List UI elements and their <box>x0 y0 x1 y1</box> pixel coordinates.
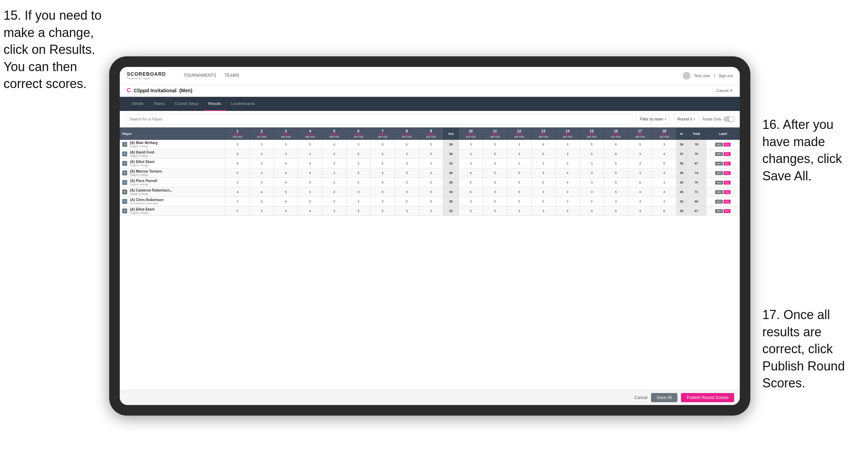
score-h15[interactable]: 3 <box>579 206 604 216</box>
label-dq[interactable]: DQ <box>724 171 731 175</box>
score-h16[interactable]: 5 <box>604 206 628 216</box>
score-h18[interactable]: 3 <box>652 197 676 206</box>
score-h9[interactable]: 5 <box>419 187 443 197</box>
filter-by-team-button[interactable]: Filter by team ▾ <box>636 114 670 124</box>
score-h3[interactable]: 4 <box>274 197 298 206</box>
score-h6[interactable]: 3 <box>346 140 371 149</box>
score-h14[interactable]: 3 <box>556 197 580 206</box>
tab-teams[interactable]: Teams <box>149 97 170 111</box>
score-h10[interactable]: 3 <box>459 206 483 216</box>
score-h16[interactable]: 5 <box>604 187 628 197</box>
score-h11[interactable]: 3 <box>483 187 507 197</box>
score-h12[interactable]: 3 <box>507 159 531 168</box>
scores-wrapper[interactable]: Player 1PAR 4370 YDS 2PAR 5511 YDS 3PAR … <box>120 127 740 390</box>
score-h14[interactable]: 3 <box>556 149 580 159</box>
score-h16[interactable]: 6 <box>604 149 628 159</box>
score-labels[interactable]: WDDQ <box>706 178 739 187</box>
score-h18[interactable]: 6 <box>652 159 676 168</box>
label-wd[interactable]: WD <box>715 152 723 156</box>
score-h1[interactable]: 3 <box>225 140 250 149</box>
score-h9[interactable]: 3 <box>419 206 443 216</box>
score-h16[interactable]: 5 <box>604 168 628 178</box>
score-h9[interactable]: 3 <box>419 159 443 168</box>
score-h12[interactable]: 3 <box>507 140 531 149</box>
label-wd[interactable]: WD <box>715 200 723 204</box>
score-h17[interactable]: 4 <box>628 187 652 197</box>
score-h3[interactable]: 4 <box>274 159 298 168</box>
label-wd[interactable]: WD <box>715 190 723 194</box>
label-dq[interactable]: DQ <box>724 181 731 185</box>
score-h11[interactable]: 5 <box>483 168 507 178</box>
score-h18[interactable]: 6 <box>652 206 676 216</box>
score-h7[interactable]: 3 <box>371 197 395 206</box>
score-h2[interactable]: 3 <box>250 149 274 159</box>
score-h14[interactable]: 5 <box>556 206 580 216</box>
score-h5[interactable]: 3 <box>322 159 346 168</box>
score-labels[interactable]: WDDQ <box>706 187 739 197</box>
cancel-link[interactable]: Cancel ✕ <box>717 88 733 93</box>
tab-details[interactable]: Details <box>127 97 149 111</box>
score-h3[interactable]: 3 <box>274 149 298 159</box>
score-h4[interactable]: 5 <box>298 197 322 206</box>
cancel-button[interactable]: Cancel <box>634 395 647 400</box>
score-h1[interactable]: 5 <box>225 159 250 168</box>
score-h10[interactable]: 3 <box>459 197 483 206</box>
score-h8[interactable]: 3 <box>395 206 419 216</box>
score-h15[interactable]: 3 <box>579 178 604 187</box>
score-h10[interactable]: 3 <box>459 159 483 168</box>
score-labels[interactable]: WDDQ <box>706 140 739 149</box>
score-h7[interactable]: 5 <box>371 206 395 216</box>
round-selector-button[interactable]: Round 3 ▾ <box>674 114 699 124</box>
score-h3[interactable]: 5 <box>274 187 298 197</box>
score-h3[interactable]: 4 <box>274 178 298 187</box>
score-h3[interactable]: 5 <box>274 140 298 149</box>
score-h11[interactable]: 5 <box>483 197 507 206</box>
score-h14[interactable]: 3 <box>556 140 580 149</box>
score-h8[interactable]: 5 <box>395 197 419 206</box>
score-h8[interactable]: 3 <box>395 187 419 197</box>
score-h2[interactable]: 4 <box>250 197 274 206</box>
score-h13[interactable]: 5 <box>531 168 556 178</box>
score-h3[interactable]: 4 <box>274 168 298 178</box>
score-h13[interactable]: 4 <box>531 197 556 206</box>
label-dq[interactable]: DQ <box>724 190 731 194</box>
score-h4[interactable]: 3 <box>298 187 322 197</box>
label-dq[interactable]: DQ <box>724 162 731 166</box>
score-h11[interactable]: 5 <box>483 178 507 187</box>
score-h7[interactable]: 5 <box>371 159 395 168</box>
score-h9[interactable]: 4 <box>419 197 443 206</box>
score-h18[interactable]: 4 <box>652 149 676 159</box>
score-h7[interactable]: 3 <box>371 168 395 178</box>
score-h8[interactable]: 5 <box>395 168 419 178</box>
score-h4[interactable]: 4 <box>298 149 322 159</box>
score-h9[interactable]: 5 <box>419 140 443 149</box>
score-h11[interactable]: 5 <box>483 159 507 168</box>
score-h5[interactable]: 4 <box>322 187 346 197</box>
score-h10[interactable]: 5 <box>459 178 483 187</box>
score-h13[interactable]: 3 <box>531 159 556 168</box>
score-h12[interactable]: 4 <box>507 178 531 187</box>
score-h5[interactable]: 3 <box>322 197 346 206</box>
save-all-button[interactable]: Save All <box>651 393 677 402</box>
score-h6[interactable]: 4 <box>346 197 371 206</box>
score-h15[interactable]: 5 <box>579 140 604 149</box>
score-h18[interactable]: 3 <box>652 187 676 197</box>
tab-course-setup[interactable]: Course Setup <box>170 97 203 111</box>
score-h13[interactable]: 5 <box>531 149 556 159</box>
score-h1[interactable]: 4 <box>225 187 250 197</box>
nav-teams[interactable]: TEAMS <box>225 71 239 80</box>
score-h8[interactable]: 3 <box>395 159 419 168</box>
score-h16[interactable]: 6 <box>604 140 628 149</box>
score-h4[interactable]: 5 <box>298 178 322 187</box>
score-h6[interactable]: 3 <box>346 206 371 216</box>
score-h18[interactable]: 3 <box>652 178 676 187</box>
score-h12[interactable]: 3 <box>507 197 531 206</box>
score-h9[interactable]: 5 <box>419 178 443 187</box>
score-h15[interactable]: 5 <box>579 197 604 206</box>
score-labels[interactable]: WDDQ <box>706 206 739 216</box>
score-h14[interactable]: 4 <box>556 178 580 187</box>
score-h9[interactable]: 5 <box>419 149 443 159</box>
score-h7[interactable]: 4 <box>371 178 395 187</box>
score-h11[interactable]: 5 <box>483 149 507 159</box>
score-h7[interactable]: 6 <box>371 149 395 159</box>
